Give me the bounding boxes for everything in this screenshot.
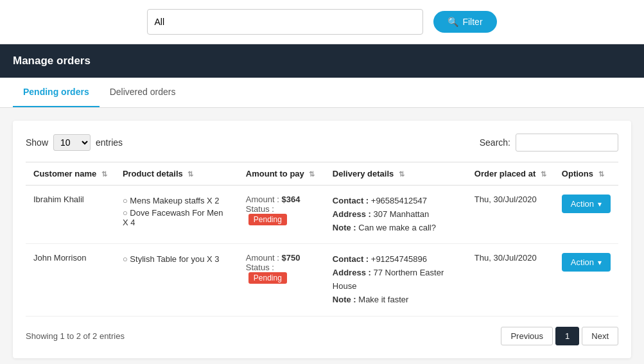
status-badge-1: Pending (248, 214, 287, 225)
col-customer-name: Customer name ⇅ (26, 162, 115, 186)
filter-select-wrapper: All Pending Delivered (147, 9, 423, 35)
sort-icon-amount[interactable]: ⇅ (309, 170, 315, 178)
page-title: Manage orders (13, 55, 91, 67)
status-row-2: Status : Pending (246, 263, 317, 284)
list-item: Stylish Table for you X 3 (123, 253, 231, 265)
col-options: Options ⇅ (554, 162, 618, 186)
col-delivery-details: Delivery details ⇅ (325, 162, 467, 186)
tab-pending-orders[interactable]: Pending orders (13, 78, 100, 107)
search-box: Search: (480, 134, 618, 152)
main-content: Show 10 25 50 100 entries Search: Custom… (0, 108, 644, 364)
status-label-1: Status : (246, 204, 274, 214)
table-container: Show 10 25 50 100 entries Search: Custom… (13, 121, 631, 358)
product-list-1: Mens Makeup staffs X 2 Dove Facewash For… (123, 195, 231, 229)
page-1-button[interactable]: 1 (555, 327, 579, 345)
cell-options-1: Action (554, 186, 618, 244)
show-entries: Show 10 25 50 100 entries (26, 134, 123, 151)
col-order-placed-at: Order placed at ⇅ (467, 162, 554, 186)
pagination: Previous 1 Next (501, 327, 618, 345)
cell-products-2: Stylish Table for you X 3 (115, 244, 238, 316)
contact-value-1: +96585412547 (371, 196, 427, 205)
filter-button-label: Filter (462, 17, 482, 27)
note-value-1: Can we make a call? (358, 223, 436, 232)
cell-products-1: Mens Makeup staffs X 2 Dove Facewash For… (115, 186, 238, 244)
amount-label-2: Amount : (246, 253, 282, 263)
tab-delivered-orders[interactable]: Delivered orders (100, 78, 186, 107)
list-item: Dove Facewash For Men X 4 (123, 207, 231, 229)
cell-date-2: Thu, 30/Jul/2020 (467, 244, 554, 316)
filter-select[interactable]: All Pending Delivered (154, 17, 416, 27)
delivery-detail-2: Contact : +91254745896 Address : 77 Nort… (333, 253, 459, 306)
note-label-1: Note : (333, 223, 358, 232)
show-label: Show (26, 137, 48, 148)
next-button[interactable]: Next (582, 327, 618, 345)
entries-label: entries (96, 137, 123, 148)
note-label-2: Note : (333, 295, 358, 304)
cell-amount-1: Amount : $364 Status : Pending (238, 186, 325, 244)
tabs-bar: Pending orders Delivered orders (0, 78, 644, 108)
sort-icon-product[interactable]: ⇅ (187, 170, 193, 178)
action-button-2[interactable]: Action (562, 253, 611, 272)
amount-row-1: Amount : $364 (246, 195, 317, 204)
sort-icon-date[interactable]: ⇅ (541, 170, 546, 178)
sort-icon-customer[interactable]: ⇅ (101, 170, 107, 178)
amount-value-2: $750 (281, 253, 300, 263)
cell-customer-name-2: John Morrison (26, 244, 115, 316)
action-label-1: Action (571, 199, 594, 209)
table-controls: Show 10 25 50 100 entries Search: (26, 134, 618, 152)
showing-text: Showing 1 to 2 of 2 entries (26, 331, 125, 341)
sort-icon-options[interactable]: ⇅ (598, 170, 604, 178)
status-badge-2: Pending (248, 272, 287, 284)
previous-button[interactable]: Previous (501, 327, 553, 345)
table-header-row: Customer name ⇅ Product details ⇅ Amount… (26, 162, 618, 186)
filter-button[interactable]: 🔍 Filter (433, 11, 496, 33)
col-amount-to-pay: Amount to pay ⇅ (238, 162, 325, 186)
amount-value-1: $364 (281, 195, 300, 204)
cell-customer-name-1: Ibrahim Khalil (26, 186, 115, 244)
contact-value-2: +91254745896 (371, 254, 427, 264)
orders-table: Customer name ⇅ Product details ⇅ Amount… (26, 162, 618, 316)
search-icon: 🔍 (448, 17, 458, 27)
table-row: Ibrahim Khalil Mens Makeup staffs X 2 Do… (26, 186, 618, 244)
cell-amount-2: Amount : $750 Status : Pending (238, 244, 325, 316)
status-row-1: Status : Pending (246, 204, 317, 225)
action-button-1[interactable]: Action (562, 195, 611, 213)
cell-options-2: Action (554, 244, 618, 316)
cell-delivery-1: Contact : +96585412547 Address : 307 Man… (325, 186, 467, 244)
sort-icon-delivery[interactable]: ⇅ (399, 170, 405, 178)
product-list-2: Stylish Table for you X 3 (123, 253, 231, 265)
top-bar: All Pending Delivered 🔍 Filter (0, 0, 644, 44)
amount-row-2: Amount : $750 (246, 253, 317, 263)
address-label-1: Address : (333, 209, 374, 219)
amount-label-1: Amount : (246, 195, 282, 204)
contact-label-1: Contact : (333, 196, 371, 205)
address-value-1: 307 Manhattan (373, 209, 429, 219)
page-header: Manage orders (0, 44, 644, 78)
delivery-detail-1: Contact : +96585412547 Address : 307 Man… (333, 195, 459, 234)
entries-select[interactable]: 10 25 50 100 (53, 134, 91, 151)
action-label-2: Action (571, 257, 594, 267)
table-row: John Morrison Stylish Table for you X 3 … (26, 244, 618, 316)
contact-label-2: Contact : (333, 254, 371, 264)
note-value-2: Make it faster (358, 295, 408, 304)
search-input[interactable] (516, 134, 618, 152)
table-footer: Showing 1 to 2 of 2 entries Previous 1 N… (26, 327, 618, 345)
col-product-details: Product details ⇅ (115, 162, 238, 186)
search-label: Search: (480, 137, 510, 148)
list-item: Mens Makeup staffs X 2 (123, 195, 231, 207)
cell-delivery-2: Contact : +91254745896 Address : 77 Nort… (325, 244, 467, 316)
cell-date-1: Thu, 30/Jul/2020 (467, 186, 554, 244)
status-label-2: Status : (246, 263, 274, 272)
address-label-2: Address : (333, 268, 374, 277)
